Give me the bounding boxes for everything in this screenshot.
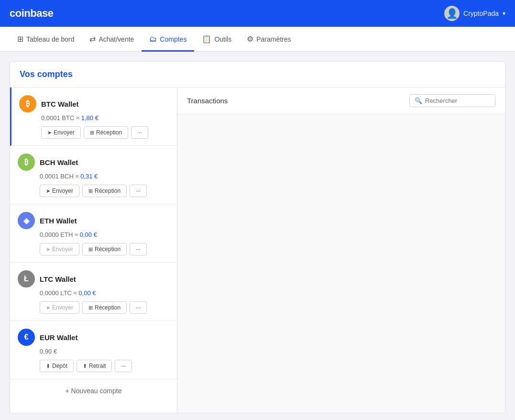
more-button-eur[interactable]: ··· bbox=[115, 360, 132, 372]
send-icon: ➤ bbox=[46, 246, 50, 253]
nav-label-comptes: Comptes bbox=[160, 35, 186, 43]
avatar: 👤 bbox=[444, 6, 460, 21]
wallet-balance-ltc: 0,0000 LTC ≈ 0,00 € bbox=[40, 289, 169, 297]
accounts-icon: 🗂 bbox=[149, 35, 157, 44]
wallet-header-eur: € EUR Wallet bbox=[18, 329, 169, 346]
wallet-item-eth[interactable]: ◈ ETH Wallet 0,0000 ETH ≈ 0,00 € ➤ Envoy… bbox=[10, 204, 177, 263]
nav-item-achat[interactable]: ⇄ Achat/vente bbox=[82, 34, 142, 52]
wallet-actions-eur: ⬇ Dépôt ⬆ Retrait ··· bbox=[40, 360, 169, 372]
wallet-actions-ltc: ➤ Envoyer ⊞ Réception ··· bbox=[40, 301, 169, 314]
transactions-title: Transactions bbox=[187, 97, 228, 105]
coin-icon-eur: € bbox=[18, 329, 35, 346]
wallet-name-eur: EUR Wallet bbox=[40, 333, 77, 342]
add-account-label: + Nouveau compte bbox=[66, 387, 122, 395]
more-button-btc[interactable]: ··· bbox=[131, 126, 148, 139]
send-label: Envoyer bbox=[52, 304, 73, 311]
receive-button-bch[interactable]: ⊞ Réception bbox=[82, 185, 127, 197]
wallet-item-bch[interactable]: ₿ BCH Wallet 0,0001 BCH ≈ 0,31 € ➤ Envoy… bbox=[10, 146, 177, 204]
nav-label-parametres: Paramètres bbox=[256, 35, 291, 43]
wallet-actions-bch: ➤ Envoyer ⊞ Réception ··· bbox=[40, 185, 169, 197]
settings-icon: ⚙ bbox=[247, 34, 253, 44]
nav-item-tableau[interactable]: ⊞ Tableau de bord bbox=[10, 34, 82, 52]
send-button-btc[interactable]: ➤ Envoyer bbox=[41, 126, 81, 139]
transactions-body bbox=[177, 114, 505, 413]
search-input[interactable] bbox=[425, 97, 490, 104]
dashboard-icon: ⊞ bbox=[17, 34, 23, 44]
receive-label: Réception bbox=[95, 304, 121, 311]
transactions-header: Transactions 🔍 bbox=[177, 88, 505, 114]
receive-button-ltc[interactable]: ⊞ Réception bbox=[82, 301, 127, 314]
header: coinbase 👤 CryptoPada ▾ bbox=[0, 0, 515, 27]
receive-icon: ⊞ bbox=[88, 246, 93, 253]
send-button-bch[interactable]: ➤ Envoyer bbox=[40, 185, 79, 197]
card-title: Vos comptes bbox=[10, 62, 505, 88]
coin-icon-eth: ◈ bbox=[18, 212, 35, 229]
wallet-balance-btc: 0,0001 BTC ≈ 1,80 € bbox=[41, 114, 169, 122]
wallet-balance-bch: 0,0001 BCH ≈ 0,31 € bbox=[40, 173, 169, 180]
search-icon: 🔍 bbox=[415, 97, 422, 104]
search-box[interactable]: 🔍 bbox=[409, 94, 495, 107]
user-menu[interactable]: 👤 CryptoPada ▾ bbox=[444, 6, 505, 21]
depot-button-eur[interactable]: ⬇ Dépôt bbox=[40, 360, 74, 372]
transactions-panel: Transactions 🔍 bbox=[177, 88, 505, 413]
wallet-name-bch: BCH Wallet bbox=[40, 158, 78, 166]
nav-item-parametres[interactable]: ⚙ Paramètres bbox=[239, 34, 298, 52]
wallet-actions-eth: ➤ Envoyer ⊞ Réception ··· bbox=[40, 243, 169, 255]
accounts-card: Vos comptes ₿ BTC Wallet 0,0001 BTC ≈ 1,… bbox=[10, 61, 505, 413]
coin-icon-bch: ₿ bbox=[18, 154, 35, 171]
wallet-name-ltc: LTC Wallet bbox=[40, 275, 76, 283]
send-label: Envoyer bbox=[54, 129, 75, 136]
more-button-eth[interactable]: ··· bbox=[130, 243, 147, 255]
wallet-name-eth: ETH Wallet bbox=[40, 217, 77, 225]
receive-button-eth[interactable]: ⊞ Réception bbox=[82, 243, 127, 255]
receive-icon: ⊞ bbox=[90, 130, 94, 136]
coin-icon-ltc: Ł bbox=[18, 270, 35, 287]
retrait-label: Retrait bbox=[89, 363, 106, 369]
nav-label-tableau: Tableau de bord bbox=[26, 35, 74, 43]
nav-label-outils: Outils bbox=[214, 35, 231, 43]
nav-label-achat: Achat/vente bbox=[99, 35, 134, 43]
send-button-eth[interactable]: ➤ Envoyer bbox=[40, 243, 79, 255]
wallet-header-eth: ◈ ETH Wallet bbox=[18, 212, 169, 229]
chevron-down-icon: ▾ bbox=[503, 10, 505, 17]
receive-label: Réception bbox=[95, 246, 121, 253]
receive-icon: ⊞ bbox=[88, 305, 93, 311]
main-content: Vos comptes ₿ BTC Wallet 0,0001 BTC ≈ 1,… bbox=[0, 52, 515, 420]
wallet-balance-eur: 0,90 € bbox=[40, 348, 169, 355]
depot-icon: ⬇ bbox=[46, 363, 50, 369]
wallet-item-ltc[interactable]: Ł LTC Wallet 0,0000 LTC ≈ 0,00 € ➤ Envoy… bbox=[10, 263, 177, 321]
send-button-ltc[interactable]: ➤ Envoyer bbox=[40, 301, 79, 314]
receive-button-btc[interactable]: ⊞ Réception bbox=[84, 126, 128, 139]
send-icon: ➤ bbox=[46, 188, 50, 194]
add-account-button[interactable]: + Nouveau compte bbox=[10, 379, 177, 402]
tools-icon: 📋 bbox=[202, 34, 211, 44]
wallet-item-eur[interactable]: € EUR Wallet 0,90 € ⬇ Dépôt ⬆ Retrait ··… bbox=[10, 321, 177, 379]
send-label: Envoyer bbox=[52, 188, 73, 194]
send-icon: ➤ bbox=[47, 130, 52, 136]
retrait-button-eur[interactable]: ⬆ Retrait bbox=[77, 360, 112, 372]
trade-icon: ⇄ bbox=[89, 34, 96, 44]
retrait-icon: ⬆ bbox=[83, 363, 87, 369]
nav-item-comptes[interactable]: 🗂 Comptes bbox=[142, 35, 194, 52]
depot-label: Dépôt bbox=[52, 363, 67, 369]
coin-icon-btc: ₿ bbox=[19, 95, 36, 112]
card-body: ₿ BTC Wallet 0,0001 BTC ≈ 1,80 € ➤ Envoy… bbox=[10, 88, 505, 413]
main-nav: ⊞ Tableau de bord ⇄ Achat/vente 🗂 Compte… bbox=[0, 27, 515, 52]
nav-item-outils[interactable]: 📋 Outils bbox=[194, 34, 239, 52]
send-icon: ➤ bbox=[46, 305, 50, 311]
more-button-bch[interactable]: ··· bbox=[130, 185, 147, 197]
username: CryptoPada bbox=[463, 10, 499, 17]
wallet-item-btc[interactable]: ₿ BTC Wallet 0,0001 BTC ≈ 1,80 € ➤ Envoy… bbox=[10, 88, 177, 146]
wallet-header-btc: ₿ BTC Wallet bbox=[19, 95, 169, 112]
more-button-ltc[interactable]: ··· bbox=[130, 301, 147, 314]
receive-label: Réception bbox=[95, 188, 121, 194]
avatar-icon: 👤 bbox=[446, 8, 458, 19]
receive-icon: ⊞ bbox=[88, 188, 93, 194]
wallet-list: ₿ BTC Wallet 0,0001 BTC ≈ 1,80 € ➤ Envoy… bbox=[10, 88, 177, 413]
logo: coinbase bbox=[10, 7, 53, 20]
wallet-header-ltc: Ł LTC Wallet bbox=[18, 270, 169, 287]
wallet-balance-eth: 0,0000 ETH ≈ 0,00 € bbox=[40, 231, 169, 238]
receive-label: Réception bbox=[96, 129, 122, 136]
wallet-actions-btc: ➤ Envoyer ⊞ Réception ··· bbox=[41, 126, 169, 139]
wallet-header-bch: ₿ BCH Wallet bbox=[18, 154, 169, 171]
